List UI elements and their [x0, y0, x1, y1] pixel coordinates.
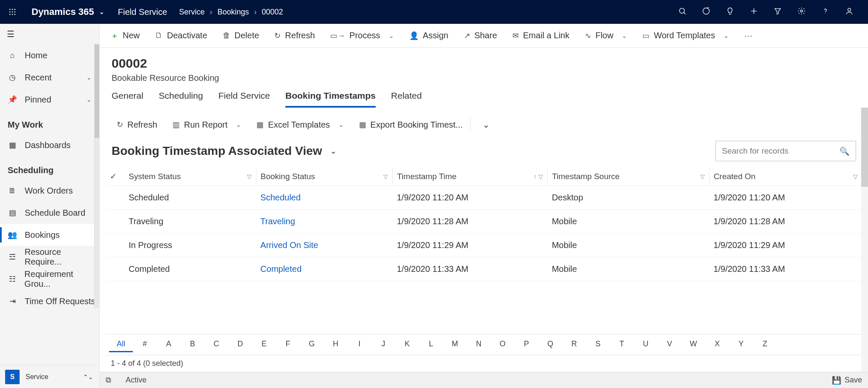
lightbulb-icon[interactable]: [724, 7, 736, 17]
alpha-jump-m[interactable]: M: [443, 337, 467, 352]
select-all-checkbox[interactable]: ✓: [106, 167, 124, 186]
sidebar-item-recent[interactable]: ◷ Recent ⌄: [0, 66, 99, 88]
column-header-system-status[interactable]: System Status▽: [124, 167, 256, 186]
delete-button[interactable]: 🗑Delete: [217, 28, 265, 43]
alpha-jump-u[interactable]: U: [634, 337, 658, 352]
sidebar-item-schedule-board[interactable]: ▤ Schedule Board: [0, 202, 99, 224]
tab-related[interactable]: Related: [391, 91, 422, 108]
alpha-jump-#[interactable]: #: [133, 337, 157, 352]
flow-button[interactable]: ∿Flow: [579, 28, 633, 43]
alpha-jump-v[interactable]: V: [658, 337, 681, 352]
search-icon[interactable]: [676, 7, 688, 17]
sidebar-item-time-off[interactable]: ⇥ Time Off Requests: [0, 290, 99, 312]
table-row[interactable]: In ProgressArrived On Site1/9/2020 11:29…: [106, 234, 862, 257]
alpha-jump-s[interactable]: S: [586, 337, 610, 352]
row-checkbox[interactable]: [106, 234, 124, 257]
alpha-jump-z[interactable]: Z: [753, 337, 777, 352]
alpha-jump-e[interactable]: E: [252, 337, 276, 352]
table-row[interactable]: TravelingTraveling1/9/2020 11:28 AMMobil…: [106, 210, 862, 234]
deactivate-button[interactable]: 🗋Deactivate: [149, 28, 213, 43]
alpha-jump-o[interactable]: O: [491, 337, 514, 352]
sidebar-item-pinned[interactable]: 📌 Pinned ⌄: [0, 88, 99, 111]
product-brand[interactable]: Dynamics 365 ⌄: [32, 6, 104, 17]
plus-icon[interactable]: [748, 7, 760, 17]
subgrid-run-report-button[interactable]: ▥Run Report: [167, 117, 247, 132]
column-header-booking-status[interactable]: Booking Status▽: [256, 167, 392, 186]
share-button[interactable]: ↗Share: [458, 28, 503, 43]
alpha-jump-q[interactable]: Q: [538, 337, 562, 352]
save-button[interactable]: 💾 Save: [832, 376, 862, 385]
column-header-timestamp-time[interactable]: Timestamp Time↑ ▽: [393, 167, 548, 186]
sidebar-collapse-button[interactable]: ☰: [0, 24, 99, 44]
task-icon[interactable]: [700, 7, 712, 17]
process-button[interactable]: ▭→Process: [324, 28, 400, 43]
alpha-jump-g[interactable]: G: [300, 337, 324, 352]
tab-field-service[interactable]: Field Service: [218, 91, 270, 108]
refresh-button[interactable]: ↻Refresh: [268, 28, 321, 43]
subgrid-refresh-button[interactable]: ↻Refresh: [111, 117, 163, 132]
table-row[interactable]: ScheduledScheduled1/9/2020 11:20 AMDeskt…: [106, 186, 862, 210]
filter-icon[interactable]: ▽: [853, 173, 858, 180]
sidebar-item-bookings[interactable]: 👥 Bookings: [0, 224, 99, 246]
cell-booking-status[interactable]: Arrived On Site: [256, 234, 392, 257]
column-header-created-on[interactable]: Created On▽: [709, 167, 862, 186]
more-commands-button[interactable]: ⋯: [740, 28, 758, 43]
breadcrumb-item[interactable]: 00002: [262, 8, 283, 17]
assign-button[interactable]: 👤Assign: [403, 28, 454, 43]
subgrid-more-button[interactable]: ⌄: [477, 117, 496, 132]
filter-icon[interactable]: ▽: [247, 173, 252, 180]
row-checkbox[interactable]: [106, 210, 124, 234]
alpha-jump-w[interactable]: W: [681, 337, 705, 352]
alpha-jump-p[interactable]: P: [514, 337, 538, 352]
alpha-jump-r[interactable]: R: [562, 337, 586, 352]
cell-booking-status[interactable]: Traveling: [256, 210, 392, 234]
alpha-jump-n[interactable]: N: [467, 337, 491, 352]
popout-icon[interactable]: ⧉: [106, 376, 111, 385]
tab-booking-timestamps[interactable]: Booking Timestamps: [285, 91, 376, 108]
breadcrumb-item[interactable]: Bookings: [217, 8, 249, 17]
email-link-button[interactable]: ✉Email a Link: [506, 28, 575, 43]
sidebar-item-dashboards[interactable]: ▦ Dashboards: [0, 134, 99, 156]
alpha-jump-x[interactable]: X: [705, 337, 729, 352]
alpha-jump-i[interactable]: I: [348, 337, 371, 352]
alpha-jump-l[interactable]: L: [419, 337, 443, 352]
sidebar-item-home[interactable]: ⌂ Home: [0, 44, 99, 66]
row-checkbox[interactable]: [106, 257, 124, 281]
alpha-jump-a[interactable]: A: [157, 337, 181, 352]
tab-scheduling[interactable]: Scheduling: [159, 91, 203, 108]
area-switcher[interactable]: S Service ⌃⌄: [0, 365, 99, 388]
alpha-jump-h[interactable]: H: [324, 337, 348, 352]
app-launcher-icon[interactable]: [3, 3, 21, 21]
breadcrumb-item[interactable]: Service: [179, 8, 204, 17]
filter-icon[interactable]: ▽: [383, 173, 388, 180]
alpha-jump-y[interactable]: Y: [729, 337, 753, 352]
help-icon[interactable]: [819, 7, 831, 17]
sidebar-scrollbar[interactable]: [94, 44, 99, 308]
column-header-timestamp-source[interactable]: Timestamp Source▽: [548, 167, 709, 186]
alpha-jump-f[interactable]: F: [276, 337, 300, 352]
new-button[interactable]: ＋New: [105, 28, 146, 43]
gear-icon[interactable]: [796, 7, 808, 17]
filter-icon[interactable]: [772, 7, 784, 17]
alpha-jump-all[interactable]: All: [109, 337, 133, 352]
user-icon[interactable]: [843, 7, 855, 17]
view-selector[interactable]: Booking Timestamp Associated View ⌄: [112, 144, 336, 158]
cell-booking-status[interactable]: Completed: [256, 257, 392, 281]
subgrid-excel-templates-button[interactable]: ▦Excel Templates: [250, 117, 349, 132]
row-checkbox[interactable]: [106, 186, 124, 210]
sort-asc-icon[interactable]: ↑ ▽: [534, 173, 543, 180]
alpha-jump-j[interactable]: J: [371, 337, 395, 352]
alpha-jump-c[interactable]: C: [204, 337, 228, 352]
table-row[interactable]: CompletedCompleted1/9/2020 11:33 AMMobil…: [106, 257, 862, 281]
alpha-jump-d[interactable]: D: [228, 337, 252, 352]
alpha-jump-k[interactable]: K: [395, 337, 419, 352]
sidebar-item-work-orders[interactable]: 🗎 Work Orders: [0, 180, 99, 202]
sidebar-item-requirement-groups[interactable]: ☷ Requirement Grou...: [0, 268, 99, 290]
tab-general[interactable]: General: [112, 91, 144, 108]
alpha-jump-b[interactable]: B: [181, 337, 204, 352]
search-input[interactable]: Search for records 🔍: [716, 141, 856, 161]
subgrid-export-button[interactable]: ▦Export Booking Timest...: [353, 117, 471, 132]
alpha-jump-t[interactable]: T: [610, 337, 634, 352]
content-scrollbar[interactable]: [861, 108, 868, 372]
cell-booking-status[interactable]: Scheduled: [256, 186, 392, 210]
